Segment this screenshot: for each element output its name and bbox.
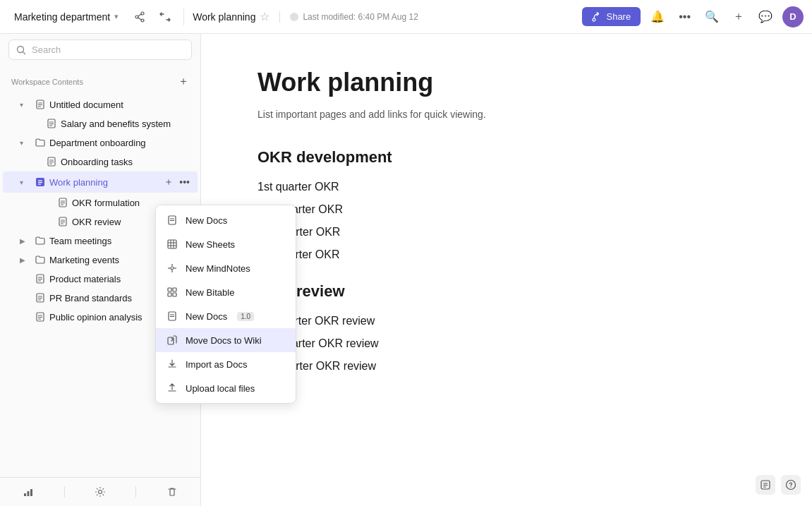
share-label: Share: [606, 11, 631, 22]
svg-rect-60: [168, 288, 171, 291]
doc-icon: [34, 311, 47, 323]
more-options-icon[interactable]: •••: [674, 8, 695, 26]
menu-item-move-docs[interactable]: Move Docs to Wiki: [156, 328, 296, 352]
sidebar-item-work-planning[interactable]: ▾ Work planning ＋ •••: [3, 171, 198, 193]
q2-okr: 2nd quarter OKR: [257, 203, 756, 216]
dept-onboarding-label: Department onboarding: [49, 138, 192, 148]
sidebar-item-onboarding-tasks[interactable]: Onboarding tasks: [3, 152, 198, 171]
trash-icon[interactable]: [162, 483, 182, 500]
more-button[interactable]: •••: [177, 174, 192, 190]
new-mindnotes-label: New MindNotes: [186, 263, 250, 274]
expand-icon: ▶: [20, 256, 31, 264]
svg-rect-45: [30, 489, 32, 496]
status-circle: [290, 13, 298, 21]
search-box[interactable]: Search: [8, 40, 192, 60]
mind-icon: [166, 262, 178, 275]
help-icon[interactable]: 💬: [754, 7, 777, 26]
avatar[interactable]: D: [782, 6, 804, 28]
doc-subtitle: List important pages and add links for q…: [257, 109, 756, 120]
help-circle-icon[interactable]: [781, 475, 801, 495]
search-icon[interactable]: 🔍: [701, 7, 723, 26]
doc-icon: [34, 98, 47, 111]
import-docs-label: Import as Docs: [186, 359, 247, 370]
work-planning-icon: [34, 176, 47, 188]
new-docs-v2-label: New Docs: [186, 311, 227, 322]
svg-line-4: [138, 18, 142, 20]
menu-item-new-docs[interactable]: New Docs: [156, 208, 296, 232]
workspace-add-button[interactable]: ＋: [178, 74, 189, 89]
okr-review-section: OKR review 1st quarter OKR review 2nd qu…: [257, 282, 756, 373]
svg-point-6: [18, 46, 24, 52]
notification-icon[interactable]: 🔔: [646, 7, 669, 26]
section2-title: OKR review: [257, 282, 756, 301]
q3-okr: 3rd quarter OKR: [257, 226, 756, 239]
share-button[interactable]: Share: [582, 7, 641, 26]
svg-rect-67: [168, 337, 174, 344]
folder-icon: [34, 136, 47, 149]
bitable-icon: [166, 286, 178, 299]
sidebar-item-untitled[interactable]: ▾ Untitled document: [3, 95, 198, 114]
menu-item-new-mindnotes[interactable]: New MindNotes: [156, 256, 296, 280]
doc-icon: [166, 310, 178, 323]
q4-okr: 4th quarter OKR: [257, 248, 756, 261]
expand-icon: ▾: [20, 179, 31, 186]
expand-icon: ▾: [20, 101, 31, 109]
q2-okr-review: 2nd quarter OKR review: [257, 337, 756, 350]
doc-icon: [34, 272, 47, 285]
section1-title: OKR development: [257, 148, 756, 167]
menu-item-upload-files[interactable]: Upload local files: [156, 376, 296, 400]
star-icon[interactable]: ☆: [260, 10, 269, 23]
sidebar-item-dept-onboarding[interactable]: ▾ Department onboarding: [3, 133, 198, 152]
q1-okr-review: 1st quarter OKR review: [257, 315, 756, 327]
svg-point-46: [98, 490, 102, 494]
doc-outline-icon[interactable]: [756, 475, 775, 495]
menu-item-import-docs[interactable]: Import as Docs: [156, 352, 296, 376]
analytics-icon[interactable]: [18, 483, 38, 500]
search-placeholder: Search: [32, 44, 61, 55]
menu-item-new-bitable[interactable]: New Bitable: [156, 280, 296, 304]
work-planning-label: Work planning: [49, 177, 159, 188]
add-icon[interactable]: ＋: [729, 6, 749, 27]
new-docs-badge: 1.0: [237, 312, 254, 321]
menu-item-new-sheets[interactable]: New Sheets: [156, 232, 296, 256]
workspace-label: Workspace Contents ＋: [0, 71, 200, 95]
svg-point-0: [141, 12, 144, 15]
move-docs-label: Move Docs to Wiki: [186, 335, 262, 346]
workspace-name: Marketing department: [14, 11, 110, 23]
expand-icon: ▶: [20, 237, 31, 245]
topbar-actions: Share 🔔 ••• 🔍 ＋ 💬 D: [582, 6, 804, 28]
add-child-button[interactable]: ＋: [162, 174, 176, 190]
settings-icon[interactable]: [90, 483, 110, 500]
svg-point-73: [790, 486, 791, 487]
sidebar-header: Search: [0, 34, 200, 66]
svg-point-1: [135, 16, 138, 18]
sheet-icon: [166, 238, 178, 251]
doc-title: Work planning: [193, 11, 255, 23]
salary-label: Salary and benefits system: [61, 119, 192, 129]
doc-icon: [45, 117, 58, 130]
workspace-selector[interactable]: Marketing department ▾: [8, 8, 124, 25]
menu-item-new-docs-v2[interactable]: New Docs 1.0: [156, 304, 296, 328]
svg-line-3: [138, 14, 142, 16]
okr-development-section: OKR development 1st quarter OKR 2nd quar…: [257, 148, 756, 261]
sidebar-footer: [0, 477, 200, 506]
svg-point-2: [141, 19, 144, 22]
share-network-icon[interactable]: [130, 8, 150, 25]
q3-okr-review: 3rd quarter OKR review: [257, 360, 756, 373]
sidebar-item-salary[interactable]: Salary and benefits system: [3, 114, 198, 133]
doc-icon: [56, 215, 69, 228]
topbar: Marketing department ▾ Work planning ☆ L…: [0, 0, 812, 34]
new-bitable-label: New Bitable: [186, 287, 234, 298]
expand-icon[interactable]: [155, 8, 175, 25]
upload-icon: [166, 382, 178, 394]
q1-okr: 1st quarter OKR: [257, 181, 756, 193]
move-icon: [166, 334, 178, 347]
svg-rect-62: [168, 293, 171, 296]
bottom-right-actions: [756, 475, 801, 495]
svg-rect-61: [173, 288, 176, 291]
folder-icon: [34, 253, 47, 266]
import-icon: [166, 358, 178, 371]
new-docs-label: New Docs: [186, 215, 227, 226]
svg-rect-50: [168, 240, 176, 248]
doc-icon: [45, 155, 58, 168]
